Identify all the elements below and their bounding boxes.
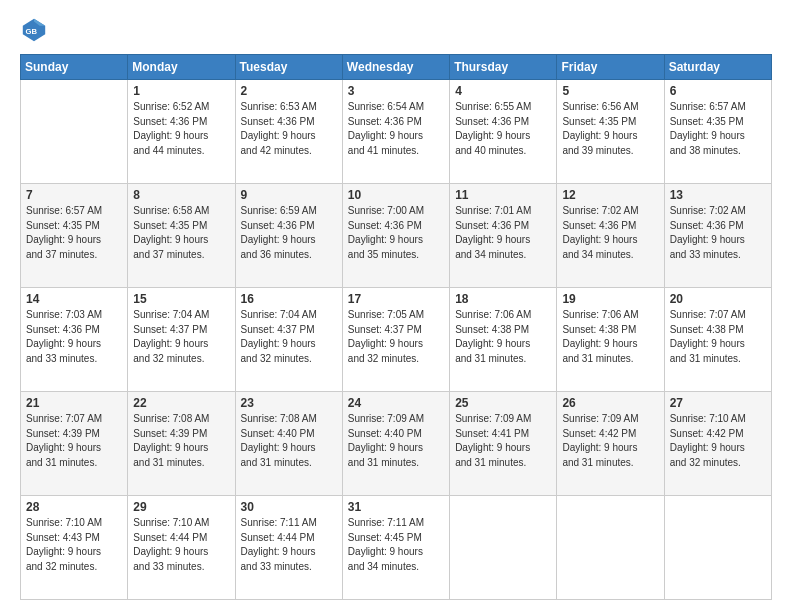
day-number: 1: [133, 84, 229, 98]
day-info: Sunrise: 7:00 AMSunset: 4:36 PMDaylight:…: [348, 204, 444, 262]
day-cell: 27Sunrise: 7:10 AMSunset: 4:42 PMDayligh…: [664, 392, 771, 496]
day-info: Sunrise: 7:11 AMSunset: 4:44 PMDaylight:…: [241, 516, 337, 574]
weekday-header-tuesday: Tuesday: [235, 55, 342, 80]
weekday-header-monday: Monday: [128, 55, 235, 80]
weekday-header-wednesday: Wednesday: [342, 55, 449, 80]
day-number: 27: [670, 396, 766, 410]
calendar-header: SundayMondayTuesdayWednesdayThursdayFrid…: [21, 55, 772, 80]
day-info: Sunrise: 7:04 AMSunset: 4:37 PMDaylight:…: [241, 308, 337, 366]
day-number: 23: [241, 396, 337, 410]
day-number: 28: [26, 500, 122, 514]
day-cell: 15Sunrise: 7:04 AMSunset: 4:37 PMDayligh…: [128, 288, 235, 392]
day-info: Sunrise: 7:02 AMSunset: 4:36 PMDaylight:…: [562, 204, 658, 262]
day-cell: 13Sunrise: 7:02 AMSunset: 4:36 PMDayligh…: [664, 184, 771, 288]
day-info: Sunrise: 6:58 AMSunset: 4:35 PMDaylight:…: [133, 204, 229, 262]
day-number: 31: [348, 500, 444, 514]
day-number: 5: [562, 84, 658, 98]
day-info: Sunrise: 6:57 AMSunset: 4:35 PMDaylight:…: [670, 100, 766, 158]
svg-text:GB: GB: [26, 27, 38, 36]
day-cell: [557, 496, 664, 600]
day-cell: 31Sunrise: 7:11 AMSunset: 4:45 PMDayligh…: [342, 496, 449, 600]
day-number: 16: [241, 292, 337, 306]
day-info: Sunrise: 7:04 AMSunset: 4:37 PMDaylight:…: [133, 308, 229, 366]
page: GB SundayMondayTuesdayWednesdayThursdayF…: [0, 0, 792, 612]
day-number: 14: [26, 292, 122, 306]
day-info: Sunrise: 7:07 AMSunset: 4:39 PMDaylight:…: [26, 412, 122, 470]
day-number: 20: [670, 292, 766, 306]
day-info: Sunrise: 7:02 AMSunset: 4:36 PMDaylight:…: [670, 204, 766, 262]
day-cell: 5Sunrise: 6:56 AMSunset: 4:35 PMDaylight…: [557, 80, 664, 184]
day-cell: 23Sunrise: 7:08 AMSunset: 4:40 PMDayligh…: [235, 392, 342, 496]
day-info: Sunrise: 7:09 AMSunset: 4:40 PMDaylight:…: [348, 412, 444, 470]
day-info: Sunrise: 7:10 AMSunset: 4:44 PMDaylight:…: [133, 516, 229, 574]
day-info: Sunrise: 6:55 AMSunset: 4:36 PMDaylight:…: [455, 100, 551, 158]
day-number: 8: [133, 188, 229, 202]
day-info: Sunrise: 7:01 AMSunset: 4:36 PMDaylight:…: [455, 204, 551, 262]
logo-icon: GB: [20, 16, 48, 44]
day-number: 12: [562, 188, 658, 202]
week-row-5: 28Sunrise: 7:10 AMSunset: 4:43 PMDayligh…: [21, 496, 772, 600]
day-cell: [21, 80, 128, 184]
day-number: 2: [241, 84, 337, 98]
day-cell: 22Sunrise: 7:08 AMSunset: 4:39 PMDayligh…: [128, 392, 235, 496]
day-number: 13: [670, 188, 766, 202]
day-cell: 4Sunrise: 6:55 AMSunset: 4:36 PMDaylight…: [450, 80, 557, 184]
day-cell: 11Sunrise: 7:01 AMSunset: 4:36 PMDayligh…: [450, 184, 557, 288]
day-cell: 21Sunrise: 7:07 AMSunset: 4:39 PMDayligh…: [21, 392, 128, 496]
weekday-header-friday: Friday: [557, 55, 664, 80]
day-number: 15: [133, 292, 229, 306]
day-info: Sunrise: 6:59 AMSunset: 4:36 PMDaylight:…: [241, 204, 337, 262]
day-number: 24: [348, 396, 444, 410]
day-number: 18: [455, 292, 551, 306]
day-info: Sunrise: 6:53 AMSunset: 4:36 PMDaylight:…: [241, 100, 337, 158]
day-number: 30: [241, 500, 337, 514]
day-number: 29: [133, 500, 229, 514]
weekday-row: SundayMondayTuesdayWednesdayThursdayFrid…: [21, 55, 772, 80]
day-cell: 14Sunrise: 7:03 AMSunset: 4:36 PMDayligh…: [21, 288, 128, 392]
day-info: Sunrise: 6:56 AMSunset: 4:35 PMDaylight:…: [562, 100, 658, 158]
day-cell: [664, 496, 771, 600]
day-info: Sunrise: 7:09 AMSunset: 4:41 PMDaylight:…: [455, 412, 551, 470]
day-cell: 10Sunrise: 7:00 AMSunset: 4:36 PMDayligh…: [342, 184, 449, 288]
day-info: Sunrise: 7:10 AMSunset: 4:43 PMDaylight:…: [26, 516, 122, 574]
day-cell: 8Sunrise: 6:58 AMSunset: 4:35 PMDaylight…: [128, 184, 235, 288]
day-info: Sunrise: 7:08 AMSunset: 4:40 PMDaylight:…: [241, 412, 337, 470]
week-row-4: 21Sunrise: 7:07 AMSunset: 4:39 PMDayligh…: [21, 392, 772, 496]
calendar: SundayMondayTuesdayWednesdayThursdayFrid…: [20, 54, 772, 600]
day-info: Sunrise: 7:03 AMSunset: 4:36 PMDaylight:…: [26, 308, 122, 366]
day-number: 6: [670, 84, 766, 98]
day-cell: 9Sunrise: 6:59 AMSunset: 4:36 PMDaylight…: [235, 184, 342, 288]
day-info: Sunrise: 7:11 AMSunset: 4:45 PMDaylight:…: [348, 516, 444, 574]
day-cell: 12Sunrise: 7:02 AMSunset: 4:36 PMDayligh…: [557, 184, 664, 288]
day-cell: 17Sunrise: 7:05 AMSunset: 4:37 PMDayligh…: [342, 288, 449, 392]
day-number: 7: [26, 188, 122, 202]
day-info: Sunrise: 7:07 AMSunset: 4:38 PMDaylight:…: [670, 308, 766, 366]
day-number: 4: [455, 84, 551, 98]
weekday-header-sunday: Sunday: [21, 55, 128, 80]
day-cell: 1Sunrise: 6:52 AMSunset: 4:36 PMDaylight…: [128, 80, 235, 184]
day-number: 22: [133, 396, 229, 410]
day-number: 21: [26, 396, 122, 410]
day-cell: 18Sunrise: 7:06 AMSunset: 4:38 PMDayligh…: [450, 288, 557, 392]
day-number: 10: [348, 188, 444, 202]
week-row-3: 14Sunrise: 7:03 AMSunset: 4:36 PMDayligh…: [21, 288, 772, 392]
header: GB: [20, 16, 772, 44]
weekday-header-thursday: Thursday: [450, 55, 557, 80]
day-number: 11: [455, 188, 551, 202]
day-info: Sunrise: 7:06 AMSunset: 4:38 PMDaylight:…: [562, 308, 658, 366]
day-info: Sunrise: 7:08 AMSunset: 4:39 PMDaylight:…: [133, 412, 229, 470]
day-cell: 6Sunrise: 6:57 AMSunset: 4:35 PMDaylight…: [664, 80, 771, 184]
day-cell: 19Sunrise: 7:06 AMSunset: 4:38 PMDayligh…: [557, 288, 664, 392]
day-cell: 26Sunrise: 7:09 AMSunset: 4:42 PMDayligh…: [557, 392, 664, 496]
day-cell: 20Sunrise: 7:07 AMSunset: 4:38 PMDayligh…: [664, 288, 771, 392]
day-cell: 28Sunrise: 7:10 AMSunset: 4:43 PMDayligh…: [21, 496, 128, 600]
day-cell: 24Sunrise: 7:09 AMSunset: 4:40 PMDayligh…: [342, 392, 449, 496]
calendar-body: 1Sunrise: 6:52 AMSunset: 4:36 PMDaylight…: [21, 80, 772, 600]
day-number: 26: [562, 396, 658, 410]
day-number: 17: [348, 292, 444, 306]
day-info: Sunrise: 7:09 AMSunset: 4:42 PMDaylight:…: [562, 412, 658, 470]
week-row-2: 7Sunrise: 6:57 AMSunset: 4:35 PMDaylight…: [21, 184, 772, 288]
week-row-1: 1Sunrise: 6:52 AMSunset: 4:36 PMDaylight…: [21, 80, 772, 184]
day-info: Sunrise: 6:52 AMSunset: 4:36 PMDaylight:…: [133, 100, 229, 158]
day-number: 9: [241, 188, 337, 202]
